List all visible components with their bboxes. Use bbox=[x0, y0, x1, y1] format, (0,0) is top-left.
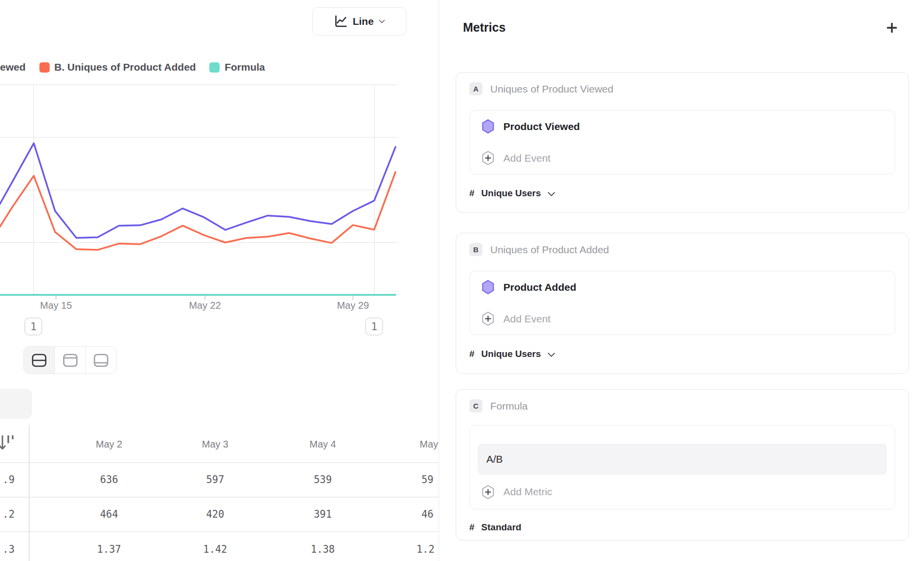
table-cell[interactable]: 46 bbox=[422, 508, 434, 520]
measure-selector[interactable]: # Standard bbox=[469, 522, 895, 533]
line-chart-icon bbox=[334, 15, 347, 28]
number-type-icon: # bbox=[469, 188, 475, 199]
legend-swatch-teal bbox=[209, 62, 220, 73]
metric-card-a: A Uniques of Product Viewed Product View… bbox=[456, 72, 909, 213]
table-cell[interactable]: 1.38 bbox=[311, 543, 334, 555]
table-cell[interactable]: 597 bbox=[206, 474, 224, 486]
legend-label: B. Uniques of Product Added bbox=[55, 61, 196, 73]
row-label: .9 bbox=[0, 474, 15, 486]
measure-selector[interactable]: # Unique Users bbox=[469, 188, 895, 199]
table-divider bbox=[0, 531, 439, 532]
metric-card-b: B Uniques of Product Added Product Added… bbox=[456, 233, 909, 374]
add-event-row[interactable]: Add Event bbox=[481, 142, 883, 174]
measure-selector[interactable]: # Unique Users bbox=[469, 349, 895, 359]
metrics-panel-title: Metrics bbox=[463, 20, 506, 35]
add-event-label: Add Event bbox=[503, 152, 551, 164]
number-type-icon: # bbox=[469, 522, 475, 533]
column-header[interactable]: May 4 bbox=[310, 439, 336, 450]
insights-report: Line ewed B. Uniques of Product Added Fo… bbox=[0, 0, 924, 561]
split-layout-icon bbox=[32, 354, 47, 367]
legend-item-b[interactable]: B. Uniques of Product Added bbox=[39, 61, 196, 73]
chevron-down-icon bbox=[379, 17, 385, 23]
hexagon-event-icon bbox=[481, 280, 495, 295]
layout-table-only-button[interactable] bbox=[85, 347, 116, 374]
table-cell[interactable]: 539 bbox=[314, 474, 332, 486]
formula-input[interactable]: A/B bbox=[478, 444, 887, 475]
table-cell[interactable]: 391 bbox=[314, 508, 332, 520]
metrics-panel: Metrics A Uniques of Product Viewed Prod… bbox=[439, 0, 924, 561]
event-name: Product Added bbox=[503, 281, 576, 293]
layout-toggle bbox=[23, 346, 116, 374]
metric-badge: A bbox=[469, 82, 482, 95]
add-event-row[interactable]: Add Event bbox=[481, 303, 883, 335]
chart-panel: Line ewed B. Uniques of Product Added Fo… bbox=[0, 0, 439, 561]
measure-label: Standard bbox=[481, 522, 521, 533]
metric-title[interactable]: Uniques of Product Viewed bbox=[490, 83, 613, 95]
measure-label: Unique Users bbox=[481, 188, 541, 199]
chevron-down-icon bbox=[548, 188, 555, 196]
hexagon-plus-icon bbox=[481, 150, 495, 166]
table-cell[interactable]: 59 bbox=[422, 474, 434, 486]
legend-item-a[interactable]: ewed bbox=[0, 61, 26, 73]
legend-label: ewed bbox=[0, 61, 26, 73]
event-box: Product Added Add Event bbox=[469, 271, 895, 335]
column-header[interactable]: May bbox=[420, 439, 438, 450]
top-bar-layout-icon bbox=[63, 354, 78, 367]
metric-card-c: C Formula A/B Add Metric # Standard bbox=[456, 389, 909, 541]
table-tab[interactable] bbox=[0, 389, 32, 419]
annotation-badge[interactable]: 1 bbox=[24, 318, 42, 336]
chart-legend: ewed B. Uniques of Product Added Formula bbox=[0, 59, 265, 75]
annotation-badge[interactable]: 1 bbox=[365, 318, 383, 336]
add-metric-row[interactable]: Add Metric bbox=[481, 475, 883, 509]
measure-label: Unique Users bbox=[481, 349, 541, 359]
x-tick-label: May 22 bbox=[189, 300, 221, 311]
chevron-down-icon bbox=[548, 349, 555, 357]
table-divider bbox=[0, 497, 439, 498]
add-metric-plus-icon[interactable] bbox=[885, 21, 899, 35]
line-chart[interactable] bbox=[0, 83, 439, 312]
legend-item-formula[interactable]: Formula bbox=[209, 61, 265, 73]
legend-swatch-orange bbox=[39, 62, 50, 73]
event-row[interactable]: Product Viewed bbox=[481, 111, 883, 142]
metric-badge: C bbox=[469, 399, 482, 412]
sort-descending-icon[interactable] bbox=[0, 433, 15, 455]
formula-text: A/B bbox=[486, 453, 503, 465]
chart-type-button[interactable]: Line bbox=[312, 7, 407, 36]
number-type-icon: # bbox=[469, 349, 475, 359]
hexagon-plus-icon bbox=[481, 485, 495, 500]
formula-box: A/B Add Metric bbox=[469, 425, 895, 509]
add-metric-label: Add Metric bbox=[503, 486, 552, 498]
event-box: Product Viewed Add Event bbox=[469, 110, 895, 174]
hexagon-event-icon bbox=[481, 119, 495, 134]
row-label: .3 bbox=[0, 543, 15, 555]
hexagon-plus-icon bbox=[481, 311, 495, 326]
x-tick-label: May 29 bbox=[337, 300, 369, 311]
metric-title[interactable]: Uniques of Product Added bbox=[490, 244, 609, 256]
layout-chart-and-table-button[interactable] bbox=[24, 347, 55, 374]
table-cell[interactable]: 1.2 bbox=[416, 543, 434, 555]
table-cell[interactable]: 1.37 bbox=[97, 543, 121, 555]
table-cell[interactable]: 420 bbox=[206, 508, 224, 520]
bottom-bar-layout-icon bbox=[93, 354, 109, 367]
metric-title[interactable]: Formula bbox=[490, 400, 528, 412]
table-cell[interactable]: 464 bbox=[100, 508, 118, 520]
table-cell[interactable]: 1.42 bbox=[203, 543, 227, 555]
table-cell[interactable]: 636 bbox=[100, 474, 118, 486]
metric-badge: B bbox=[469, 243, 482, 256]
x-tick-label: May 15 bbox=[40, 300, 72, 311]
layout-chart-only-button[interactable] bbox=[55, 347, 85, 374]
event-name: Product Viewed bbox=[503, 121, 580, 132]
chart-type-label: Line bbox=[352, 16, 373, 27]
event-row[interactable]: Product Added bbox=[481, 271, 883, 303]
legend-label: Formula bbox=[224, 61, 265, 73]
table-divider bbox=[0, 462, 439, 463]
column-header[interactable]: May 3 bbox=[202, 439, 228, 450]
row-label: .2 bbox=[0, 508, 15, 520]
add-event-label: Add Event bbox=[503, 313, 551, 325]
frozen-column-divider bbox=[29, 425, 30, 561]
column-header[interactable]: May 2 bbox=[96, 439, 122, 450]
